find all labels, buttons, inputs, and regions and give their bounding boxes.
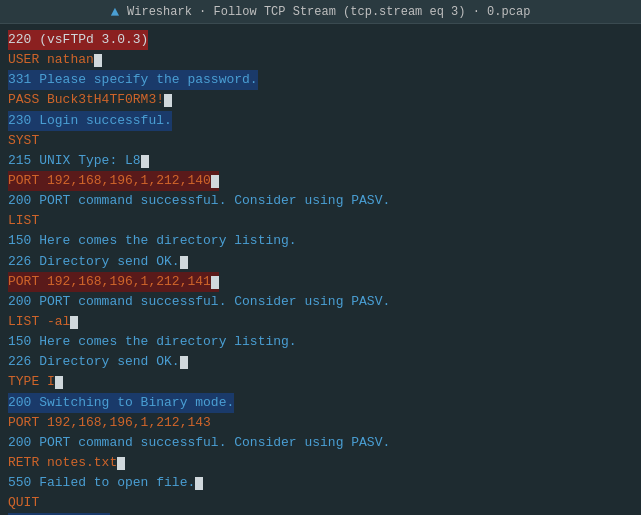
text-cursor bbox=[70, 316, 78, 329]
stream-line: PORT 192,168,196,1,212,141 bbox=[8, 272, 219, 292]
title-bar: ▲ Wireshark · Follow TCP Stream (tcp.str… bbox=[0, 0, 641, 24]
stream-line: TYPE I bbox=[8, 372, 633, 392]
stream-line: 226 Directory send OK. bbox=[8, 252, 633, 272]
stream-line: 220 (vsFTPd 3.0.3) bbox=[8, 30, 148, 50]
stream-line: 200 PORT command successful. Consider us… bbox=[8, 433, 633, 453]
text-cursor bbox=[180, 256, 188, 269]
stream-line: 550 Failed to open file. bbox=[8, 473, 633, 493]
stream-line: PASS Buck3tH4TF0RM3! bbox=[8, 90, 633, 110]
text-cursor bbox=[180, 356, 188, 369]
wireshark-icon: ▲ bbox=[111, 4, 119, 20]
stream-line: 200 Switching to Binary mode. bbox=[8, 393, 234, 413]
text-cursor bbox=[195, 477, 203, 490]
stream-line: 200 PORT command successful. Consider us… bbox=[8, 191, 633, 211]
stream-line: 150 Here comes the directory listing. bbox=[8, 231, 633, 251]
window-title: Wireshark · Follow TCP Stream (tcp.strea… bbox=[127, 5, 530, 19]
stream-line: QUIT bbox=[8, 493, 633, 513]
stream-line: RETR notes.txt bbox=[8, 453, 633, 473]
text-cursor bbox=[94, 54, 102, 67]
stream-line: USER nathan bbox=[8, 50, 633, 70]
stream-line: 200 PORT command successful. Consider us… bbox=[8, 292, 633, 312]
tcp-stream-content[interactable]: 220 (vsFTPd 3.0.3)USER nathan331 Please … bbox=[0, 24, 641, 515]
stream-line: PORT 192,168,196,1,212,140 bbox=[8, 171, 219, 191]
stream-line: 150 Here comes the directory listing. bbox=[8, 332, 633, 352]
text-cursor bbox=[141, 155, 149, 168]
stream-line: SYST bbox=[8, 131, 633, 151]
stream-line: LIST -al bbox=[8, 312, 633, 332]
stream-line: 215 UNIX Type: L8 bbox=[8, 151, 633, 171]
stream-line: LIST bbox=[8, 211, 633, 231]
text-cursor bbox=[164, 94, 172, 107]
stream-line: 230 Login successful. bbox=[8, 111, 172, 131]
text-cursor bbox=[211, 276, 219, 289]
text-cursor bbox=[117, 457, 125, 470]
text-cursor bbox=[55, 376, 63, 389]
text-cursor bbox=[211, 175, 219, 188]
stream-line: PORT 192,168,196,1,212,143 bbox=[8, 413, 633, 433]
stream-line: 226 Directory send OK. bbox=[8, 352, 633, 372]
stream-line: 331 Please specify the password. bbox=[8, 70, 258, 90]
